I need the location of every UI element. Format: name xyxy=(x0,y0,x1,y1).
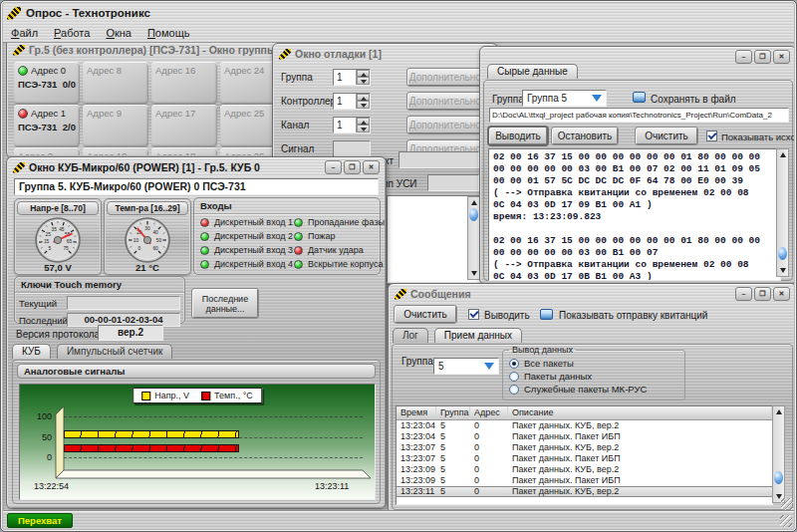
output-checkbox[interactable] xyxy=(468,309,479,320)
gauge-value: 21 °C xyxy=(105,262,190,273)
discrete-input-row: Дискретный вход 3 xyxy=(200,243,293,257)
address-tile[interactable]: Адрес 9 xyxy=(83,105,148,146)
spin-down-icon[interactable] xyxy=(357,125,370,133)
tab-raw-data[interactable]: Сырые данные xyxy=(487,64,578,79)
menu-item-Помощь[interactable]: Помощь xyxy=(147,27,190,39)
address-tile[interactable]: Адрес 17 xyxy=(151,105,217,146)
log-file-path[interactable]: D:\Doc\AL\ttxql_project рабочая копия\Te… xyxy=(489,108,789,123)
menu-item-Работа[interactable]: Работа xyxy=(54,27,90,39)
kub-tab-row: КУБ Импульсный счетчик xyxy=(12,344,175,359)
hex-line: 02 00 16 37 15 00 00 00 00 00 00 01 80 0… xyxy=(493,235,780,247)
minimize-button[interactable] xyxy=(735,50,752,64)
field-Сигнал[interactable] xyxy=(333,140,371,157)
scroll-up-icon[interactable] xyxy=(468,198,479,207)
column-header[interactable]: Время xyxy=(397,406,436,419)
field-Группа[interactable]: 1 xyxy=(333,69,371,86)
scroll-thumb[interactable] xyxy=(778,247,787,260)
field-Канал[interactable]: 1 xyxy=(333,117,371,133)
radio-button[interactable] xyxy=(509,372,519,382)
table-row[interactable]: 13:23:1150Пакет данных. КУБ, вер.2 xyxy=(397,486,772,497)
scroll-thumb[interactable] xyxy=(774,471,783,484)
menu-item-Окна[interactable]: Окна xyxy=(106,27,132,39)
field-Контроллер[interactable]: 1 xyxy=(333,93,371,110)
minimize-button[interactable] xyxy=(735,287,752,301)
tile-label: Адрес 9 xyxy=(87,108,122,119)
show-receipts-icon[interactable] xyxy=(540,309,553,320)
spin-up-icon[interactable] xyxy=(357,94,370,102)
minimize-button[interactable] xyxy=(325,160,342,174)
clear-raw-button[interactable]: Очистить xyxy=(636,128,697,144)
debug-window-titlebar[interactable]: Окно отладки [1] xyxy=(275,46,495,62)
spinner-control[interactable] xyxy=(356,118,370,133)
close-button[interactable] xyxy=(773,50,790,64)
menu-item-Файл[interactable]: Файл xyxy=(11,27,38,39)
object-field[interactable] xyxy=(398,151,479,168)
raw-group-combo[interactable]: Группа 5 xyxy=(522,90,607,107)
messages-window-titlebar[interactable]: Сообщения xyxy=(391,286,794,302)
usi-field[interactable] xyxy=(427,174,479,191)
close-button[interactable] xyxy=(363,160,380,174)
debug-listbox[interactable] xyxy=(387,195,481,283)
table-row[interactable]: 13:23:0950Пакет данных. Пакет ИБП xyxy=(397,475,772,486)
x-axis-end: 13:23:11 xyxy=(315,481,349,491)
last-data-button[interactable]: Последние данные... xyxy=(192,289,258,318)
radio-button[interactable] xyxy=(509,359,519,369)
close-button[interactable] xyxy=(773,287,790,301)
maximize-button[interactable] xyxy=(754,287,771,301)
table-row[interactable]: 13:23:0750Пакет данных. КУБ, вер.2 xyxy=(397,442,772,453)
tab-log[interactable]: Лог xyxy=(393,328,428,343)
address-tile[interactable]: Адрес 18 xyxy=(151,147,217,155)
start-output-button[interactable]: Выводить xyxy=(489,128,547,144)
output-mode-option[interactable]: Служебные пакеты МК-РУС xyxy=(509,384,678,395)
column-header[interactable]: Группа xyxy=(436,406,470,419)
table-row[interactable]: 13:23:0750Пакет данных. Пакет ИБП xyxy=(397,453,772,464)
scroll-down-icon[interactable] xyxy=(777,266,788,275)
table-header[interactable]: ВремяГруппаАдресОписание xyxy=(397,406,772,420)
scroll-up-icon[interactable] xyxy=(777,150,788,159)
table-row[interactable]: 13:23:0950Пакет данных. КУБ, вер.2 xyxy=(397,464,772,475)
tab-impulse-counter[interactable]: Импульсный счетчик xyxy=(57,344,172,359)
tab-kub[interactable]: КУБ xyxy=(12,344,51,359)
scroll-up-icon[interactable] xyxy=(773,407,784,416)
maximize-button[interactable] xyxy=(754,50,771,64)
address-tile[interactable]: Адрес 8 xyxy=(83,62,148,104)
save-to-file-icon[interactable] xyxy=(633,92,646,103)
output-mode-option[interactable]: Пакеты данных xyxy=(509,371,678,382)
table-row[interactable]: 13:23:0450Пакет данных. Пакет ИБП xyxy=(397,431,772,442)
messages-table[interactable]: ВремяГруппаАдресОписание 13:23:0450Пакет… xyxy=(396,405,773,505)
raw-panel: Группа Группа 5 Сохранять в файл D:\Doc\… xyxy=(483,80,793,281)
address-tile[interactable]: Адрес 0ПСЭ-7310/0 xyxy=(14,62,80,104)
raw-hex-log[interactable]: 02 00 16 37 15 00 00 00 00 00 00 01 80 0… xyxy=(488,148,781,281)
scroll-down-icon[interactable] xyxy=(468,269,479,278)
raw-window-titlebar[interactable] xyxy=(482,49,794,65)
spin-up-icon[interactable] xyxy=(357,70,370,78)
spinner-control[interactable] xyxy=(356,94,370,109)
address-tile[interactable]: Адрес 1ПСЭ-7312/0 xyxy=(14,105,80,146)
output-mode-option[interactable]: Все пакеты xyxy=(509,358,678,369)
column-header[interactable]: Описание xyxy=(508,406,772,419)
table-row[interactable]: 13:23:0450Пакет данных. КУБ, вер.2 xyxy=(397,420,772,431)
spin-down-icon[interactable] xyxy=(357,101,370,109)
stop-output-button[interactable]: Остановить xyxy=(552,128,618,144)
spin-down-icon[interactable] xyxy=(357,77,370,85)
spin-up-icon[interactable] xyxy=(357,118,370,126)
address-tile[interactable]: Адрес 2 xyxy=(14,147,80,155)
tab-data-receive[interactable]: Прием данных xyxy=(434,328,522,343)
resize-grip[interactable] xyxy=(781,498,793,510)
show-outgoing-checkbox[interactable] xyxy=(706,131,717,141)
radio-button[interactable] xyxy=(509,385,519,395)
column-header[interactable]: Адрес xyxy=(470,406,508,419)
kub-window-titlebar[interactable]: Окно КУБ-Микро/60 (POWER) [1] - Гр.5. КУ… xyxy=(9,159,384,175)
gauge-title: Темп-ра [16..29] xyxy=(107,201,188,215)
maximize-button[interactable] xyxy=(344,160,361,174)
address-tile[interactable]: Адрес 10 xyxy=(83,147,148,155)
msg-group-combo[interactable]: 5 xyxy=(433,358,499,375)
scroll-thumb[interactable] xyxy=(469,208,478,221)
messages-scrollbar[interactable] xyxy=(772,405,785,503)
address-tile[interactable]: Адрес 16 xyxy=(151,62,217,104)
raw-log-scrollbar[interactable] xyxy=(776,148,789,277)
resize-grip[interactable] xyxy=(780,515,792,527)
clear-messages-button[interactable]: Очистить xyxy=(395,306,456,323)
spinner-control[interactable] xyxy=(356,70,370,85)
main-titlebar[interactable]: Опрос - Технотроникс xyxy=(3,3,794,23)
